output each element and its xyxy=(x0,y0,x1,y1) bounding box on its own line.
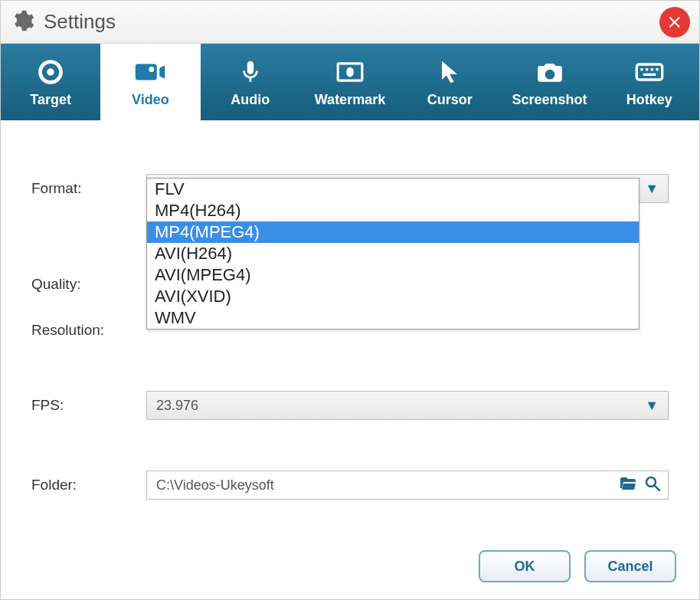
dropdown-item[interactable]: AVI(MPEG4) xyxy=(147,264,639,286)
cancel-button[interactable]: Cancel xyxy=(584,550,676,582)
camera-icon xyxy=(535,57,564,87)
svg-rect-3 xyxy=(640,68,643,70)
open-folder-icon[interactable] xyxy=(619,474,637,497)
dropdown-item[interactable]: WMV xyxy=(147,307,639,329)
tab-label: Cursor xyxy=(427,92,473,108)
format-dropdown[interactable]: FLV MP4(H264) MP4(MPEG4) AVI(H264) AVI(M… xyxy=(146,178,639,330)
row-fps: FPS: 23.976 ▼ xyxy=(31,391,669,420)
video-icon xyxy=(134,57,166,87)
tab-label: Watermark xyxy=(315,92,385,108)
dropdown-item[interactable]: AVI(XVID) xyxy=(147,286,639,307)
watermark-icon xyxy=(335,57,365,87)
tabs: Target Video Audio Watermark Cursor Scre… xyxy=(1,44,699,120)
tab-label: Audio xyxy=(231,92,270,108)
ok-button[interactable]: OK xyxy=(479,550,571,582)
svg-point-0 xyxy=(149,67,155,72)
window-title: Settings xyxy=(44,10,116,34)
tab-watermark[interactable]: Watermark xyxy=(300,44,400,120)
search-icon[interactable] xyxy=(643,474,662,497)
settings-window: Settings Target Video Audio Watermark Cu… xyxy=(0,0,700,600)
gear-icon xyxy=(10,8,34,36)
dialog-buttons: OK Cancel xyxy=(1,543,699,599)
target-icon xyxy=(36,57,65,87)
svg-rect-6 xyxy=(656,68,658,70)
tab-label: Hotkey xyxy=(626,92,672,108)
titlebar: Settings xyxy=(1,1,699,44)
svg-line-9 xyxy=(655,486,659,490)
tab-video[interactable]: Video xyxy=(100,44,200,120)
content-area: Format: FLV ▼ FLV MP4(H264) MP4(MPEG4) A… xyxy=(1,120,699,543)
tab-cursor[interactable]: Cursor xyxy=(400,44,499,120)
svg-rect-5 xyxy=(650,68,653,70)
tab-target[interactable]: Target xyxy=(1,44,100,120)
svg-rect-4 xyxy=(646,68,648,70)
row-folder: Folder: xyxy=(31,470,669,500)
dropdown-item[interactable]: MP4(MPEG4) xyxy=(147,221,639,243)
close-button[interactable] xyxy=(659,7,690,38)
tab-screenshot[interactable]: Screenshot xyxy=(499,44,599,120)
close-icon xyxy=(666,14,683,31)
tab-audio[interactable]: Audio xyxy=(201,44,300,120)
tab-hotkey[interactable]: Hotkey xyxy=(600,44,699,120)
microphone-icon xyxy=(237,57,263,87)
resolution-label: Resolution: xyxy=(31,322,146,339)
folder-input[interactable] xyxy=(156,477,619,493)
fps-label: FPS: xyxy=(31,397,146,414)
format-label: Format: xyxy=(31,180,146,197)
dropdown-item[interactable]: MP4(H264) xyxy=(147,200,639,221)
tab-label: Screenshot xyxy=(512,92,587,108)
fps-value: 23.976 xyxy=(156,398,198,414)
cursor-icon xyxy=(437,57,463,87)
dropdown-item[interactable]: AVI(H264) xyxy=(147,243,639,264)
svg-rect-2 xyxy=(636,64,662,80)
keyboard-icon xyxy=(634,57,665,87)
tab-label: Target xyxy=(30,92,71,108)
svg-rect-7 xyxy=(643,73,656,75)
quality-label: Quality: xyxy=(31,276,146,293)
dropdown-item[interactable]: FLV xyxy=(147,179,639,200)
tab-label: Video xyxy=(132,92,169,108)
fps-select[interactable]: 23.976 ▼ xyxy=(146,391,669,420)
folder-icons xyxy=(619,474,662,497)
folder-label: Folder: xyxy=(31,477,146,493)
chevron-down-icon: ▼ xyxy=(645,181,659,197)
chevron-down-icon: ▼ xyxy=(645,398,659,414)
folder-field xyxy=(146,470,669,500)
